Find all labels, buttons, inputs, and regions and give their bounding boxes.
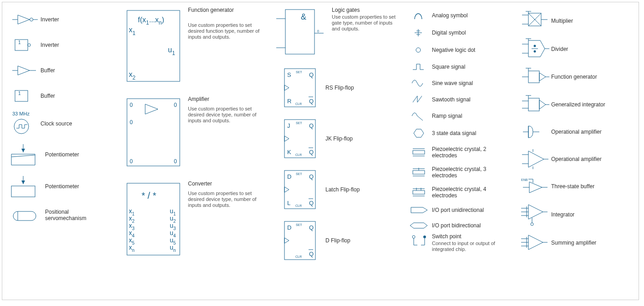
svg-text:L: L [287,200,290,206]
latch-ff-icon: D Q SET L CLR Q [275,168,325,211]
item-sumamp: Summing amplifier [519,230,629,256]
svg-text:33 MHz: 33 MHz [12,111,30,116]
label: Piezoelectric crystal, 3 electrodes [432,166,500,179]
label: Multiplier [551,18,573,24]
item-potentiometer1: Potentiometer [4,139,118,171]
svg-marker-76 [284,187,289,192]
svg-text:&: & [301,12,306,21]
svg-point-6 [28,44,30,46]
integ-icon [519,202,551,227]
svg-point-2 [30,18,33,21]
item-tsbuf: ENB Three-state buffer [519,173,629,200]
d-ff-icon: D Q SET CLR Q [275,219,325,262]
svg-point-112 [423,236,426,238]
tsbuf-icon: ENB [519,176,551,196]
svg-text:Q: Q [309,98,314,105]
label: I/O port unidirectional [432,207,484,213]
svg-text:SET: SET [296,223,302,226]
svg-text:x2: x2 [129,70,136,81]
svg-text:Q: Q [309,251,314,257]
svg-text:0: 0 [130,119,133,125]
item-logic-gates: & 0 Logic gates Use custom properties to… [275,7,403,57]
piezo3-icon [406,166,432,179]
label: Ramp signal [432,113,462,119]
svg-rect-98 [413,171,425,174]
svg-rect-27 [127,99,180,166]
div-icon [519,38,551,60]
servo-icon [4,206,45,224]
label: Buffer [41,67,55,74]
svg-text:* / *: * / * [142,191,156,201]
svg-point-13 [14,119,29,134]
svg-text:0: 0 [130,158,133,165]
item-piezo3: Piezoelectric crystal, 3 electrodes [406,162,516,182]
item-switch: Switch point Connect to input or output … [406,233,516,255]
svg-text:ENB: ENB [521,178,528,181]
item-sawtooth: Sawtooth signal [406,91,516,108]
svg-marker-108 [410,223,427,228]
svg-text:CLR: CLR [295,255,302,258]
item-divider: Divider [519,35,629,63]
conv-icon: * / * x1 x2 x3 x4 x5 xn u1 u2 u3 u4 u5 u… [122,181,185,258]
label: Inverter [41,16,59,23]
opamp1-icon [519,122,551,141]
svg-text:D: D [287,224,291,231]
electrical-symbols-legend: Inverter 1 Inverter Buffer 1 Buffer 33 M… [2,2,639,300]
svg-text:Q: Q [309,224,314,231]
label: Digital symbol [432,30,466,36]
svg-text:x1: x1 [129,26,136,36]
svg-rect-95 [413,150,425,154]
svg-text:SET: SET [296,70,302,74]
label: Generalized integrator [551,101,606,108]
item-ramp: Ramp signal [406,108,516,124]
fgen2-icon [519,66,551,87]
pot-icon [4,141,45,168]
svg-text:0: 0 [130,102,133,108]
svg-text:S: S [287,71,291,78]
label: Converter [188,181,261,187]
logic-icon: & 0 [275,7,330,57]
label: Function generator [188,7,261,13]
item-function-generator: f(x1...xn) x1 u1 x2 Function generator U… [122,7,272,84]
svg-rect-140 [528,98,539,111]
sawtooth-icon [406,93,432,106]
svg-marker-158 [529,182,542,193]
label: Clock source [41,120,72,127]
desc: Use custom properties to set desired dev… [188,191,261,209]
item-opamp1: Operational amplifier [519,119,629,145]
inverter-icon [4,10,41,29]
svg-point-167 [531,223,533,226]
label: 3 state data signal [432,130,476,136]
svg-rect-133 [528,71,539,83]
pot2-icon [4,173,45,200]
svg-text:CLR: CLR [295,204,302,207]
item-converter: * / * x1 x2 x3 x4 x5 xn u1 u2 u3 u4 u5 u… [122,181,272,258]
jk-ff-icon: J Q SET K CLR Q [275,117,325,161]
label: I/O port bidirectional [432,222,481,229]
label: RS Flip-flop [325,85,354,91]
label: Sine wave signal [432,80,473,86]
item-buffer-box: 1 Buffer [4,83,118,109]
item-opamp2: Operational amplifier [519,145,629,173]
svg-text:CLR: CLR [295,102,302,105]
item-clock: 33 MHz Clock source [4,109,118,139]
label: Divider [551,46,568,52]
item-3state: 3 state data signal [406,124,516,142]
item-jk-flipflop: J Q SET K CLR Q JK Flip-flop [275,117,403,161]
svg-rect-4 [15,40,28,50]
item-square: Square signal [406,59,516,75]
svg-text:D: D [287,173,291,180]
svg-marker-15 [21,149,25,152]
svg-text:0: 0 [174,158,177,165]
label: Operational amplifier [551,129,602,135]
label: Summing amplifier [551,240,596,246]
svg-text:CLR: CLR [295,153,302,156]
label: Function generator [551,74,597,80]
label: Inverter [41,42,59,48]
svg-text:K: K [287,149,291,156]
label: Latch Flip-flop [325,186,360,193]
item-io-bi: I/O port bidirectional [406,218,516,233]
rs-ff-icon: S Q SET R CLR Q [275,66,325,110]
buffer-icon [4,61,41,80]
svg-text:u1: u1 [168,46,175,56]
